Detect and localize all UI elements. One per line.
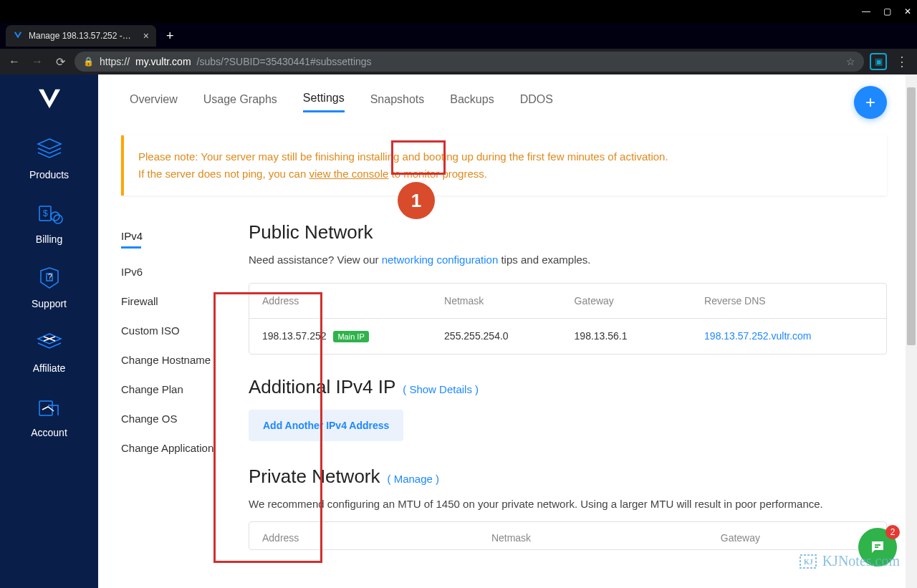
vultr-favicon-icon <box>13 31 23 41</box>
view-console-link[interactable]: view the console <box>309 168 388 180</box>
subnav-change-os[interactable]: Change OS <box>121 404 229 433</box>
manage-private-link[interactable]: ( Manage ) <box>388 473 440 485</box>
cell-rdns[interactable]: 198.13.57.252.vultr.com <box>704 330 873 342</box>
window-close[interactable]: ✕ <box>904 6 911 16</box>
boot-notice: Please note: Your server may still be fi… <box>121 135 887 196</box>
settings-main-pane: Public Network Need assistance? View our… <box>249 221 887 550</box>
bookmark-icon[interactable]: ☆ <box>846 56 855 67</box>
affiliate-icon <box>32 329 67 357</box>
tab-backups[interactable]: Backups <box>450 93 494 112</box>
chat-badge: 2 <box>885 525 900 539</box>
sidebar-item-support[interactable]: ? Support <box>0 255 98 319</box>
pcol-gateway: Gateway <box>721 532 873 544</box>
settings-subnav: IPv4 IPv6 Firewall Custom ISO Change Hos… <box>121 221 229 550</box>
chat-button[interactable]: 2 <box>858 528 897 567</box>
tab-ddos[interactable]: DDOS <box>520 93 553 112</box>
new-tab-button[interactable]: + <box>166 29 174 44</box>
url-input[interactable]: 🔒 https://my.vultr.com/subs/?SUBID=35430… <box>75 52 864 72</box>
additional-ipv4-heading: Additional IPv4 IP <box>249 376 395 398</box>
show-details-link[interactable]: ( Show Details ) <box>403 383 479 395</box>
cell-netmask: 255.255.254.0 <box>444 330 574 342</box>
sidebar-item-products[interactable]: Products <box>0 126 98 191</box>
notice-line-1: Please note: Your server may still be fi… <box>138 148 873 165</box>
sidebar-item-account[interactable]: Account <box>0 384 98 448</box>
subnav-change-hostname[interactable]: Change Hostname <box>121 345 229 375</box>
window-maximize[interactable]: ▢ <box>883 6 891 16</box>
content-area: Overview Usage Graphs Settings Snapshots… <box>98 74 917 588</box>
browser-tab[interactable]: Manage 198.13.57.252 - Vultr... × <box>6 25 156 47</box>
pcol-netmask: Netmask <box>491 532 721 544</box>
forward-button[interactable]: → <box>29 53 46 70</box>
pcol-address: Address <box>262 532 491 544</box>
products-icon <box>32 136 67 163</box>
col-address: Address <box>262 295 444 307</box>
col-rdns: Reverse DNS <box>704 295 873 307</box>
private-network-table: Address Netmask Gateway <box>249 521 887 550</box>
assistance-text: Need assistance? View our networking con… <box>249 254 887 266</box>
billing-icon: $ <box>32 201 67 228</box>
subnav-ipv6[interactable]: IPv6 <box>121 257 229 286</box>
tab-snapshots[interactable]: Snapshots <box>370 93 425 112</box>
subnav-change-application[interactable]: Change Application <box>121 433 229 463</box>
main-ip-badge: Main IP <box>333 331 368 342</box>
networking-config-link[interactable]: networking configuration <box>382 254 499 266</box>
lock-icon: 🔒 <box>83 57 94 67</box>
subnav-firewall[interactable]: Firewall <box>121 286 229 316</box>
sidebar-label: Affiliate <box>33 362 66 374</box>
sidebar-item-affiliate[interactable]: Affiliate <box>0 319 98 384</box>
svg-rect-7 <box>800 555 816 568</box>
private-network-heading: Private Network <box>249 466 380 488</box>
sidebar-label: Support <box>32 298 67 309</box>
scroll-thumb[interactable] <box>907 87 916 345</box>
cell-address: 198.13.57.252 Main IP <box>262 330 444 342</box>
mtu-note: We recommend configuring an MTU of 1450 … <box>249 498 887 510</box>
subnav-custom-iso[interactable]: Custom ISO <box>121 316 229 345</box>
server-tabs: Overview Usage Graphs Settings Snapshots… <box>98 74 917 121</box>
notice-line-2: If the server does not ping, you can vie… <box>138 165 873 183</box>
tab-settings[interactable]: Settings <box>303 92 345 112</box>
col-gateway: Gateway <box>575 295 705 307</box>
url-scheme: https:// <box>100 56 130 67</box>
add-server-button[interactable]: + <box>854 86 887 119</box>
browser-tab-title: Manage 198.13.57.252 - Vultr... <box>29 31 133 41</box>
support-icon: ? <box>32 265 67 292</box>
public-network-table: Address Netmask Gateway Reverse DNS 198.… <box>249 283 887 355</box>
sidebar-label: Account <box>31 427 67 438</box>
window-minimize[interactable]: — <box>862 6 870 16</box>
chat-icon <box>869 539 886 556</box>
tab-overview[interactable]: Overview <box>130 93 178 112</box>
sidebar-label: Products <box>29 169 69 180</box>
add-ipv4-button[interactable]: Add Another IPv4 Address <box>249 410 403 441</box>
address-bar: ← → ⟳ 🔒 https://my.vultr.com/subs/?SUBID… <box>0 49 917 74</box>
reload-button[interactable]: ⟳ <box>52 53 69 70</box>
sidebar-label: Billing <box>36 233 62 245</box>
svg-text:KJ: KJ <box>804 558 813 566</box>
watermark-icon: KJ <box>798 551 818 571</box>
svg-text:$: $ <box>43 208 48 218</box>
back-button[interactable]: ← <box>6 53 23 70</box>
table-row: 198.13.57.252 Main IP 255.255.254.0 198.… <box>249 319 886 354</box>
window-titlebar: — ▢ ✕ <box>0 0 917 23</box>
browser-tab-strip: Manage 198.13.57.252 - Vultr... × + <box>0 23 917 49</box>
sidebar-item-billing[interactable]: $ Billing <box>0 191 98 255</box>
account-icon <box>32 394 67 421</box>
subnav-change-plan[interactable]: Change Plan <box>121 375 229 404</box>
browser-menu-icon[interactable]: ⋮ <box>893 54 911 69</box>
tab-close-icon[interactable]: × <box>143 30 149 42</box>
cell-gateway: 198.13.56.1 <box>575 330 705 342</box>
col-netmask: Netmask <box>444 295 574 307</box>
scrollbar[interactable] <box>906 74 917 588</box>
extension-icon[interactable]: ▣ <box>870 53 887 70</box>
tab-usage-graphs[interactable]: Usage Graphs <box>203 93 277 112</box>
svg-text:?: ? <box>48 273 52 281</box>
app-sidebar: Products $ Billing ? Support Affiliate A… <box>0 74 98 588</box>
vultr-logo-icon[interactable] <box>35 85 64 113</box>
url-host: my.vultr.com <box>135 56 191 67</box>
subnav-ipv4[interactable]: IPv4 <box>121 221 229 257</box>
url-path: /subs/?SUBID=35430441#subssettings <box>197 56 372 67</box>
public-network-heading: Public Network <box>249 221 887 244</box>
